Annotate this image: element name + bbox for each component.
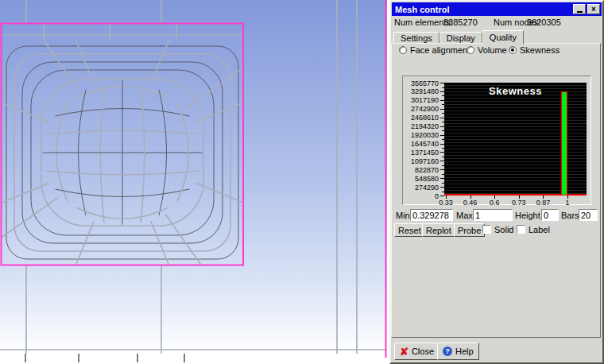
minimize-button[interactable] [573,4,586,14]
x-tick-label: 0.6 [484,199,505,207]
y-tick-label: 2742900 [404,105,439,113]
help-button-label: Help [455,347,474,356]
y-minor-tick-mark [442,192,444,192]
mesh-line [2,183,48,203]
viewport-bottom-strip [0,354,389,364]
y-minor-tick-mark [442,174,444,175]
tab-display[interactable]: Display [439,32,482,44]
radio-face-alignment-icon [399,46,407,54]
y-tick-label: 1371450 [404,149,439,157]
y-tick-label: 3565770 [404,79,439,87]
y-tick-label: 822870 [404,166,439,174]
mesh-line [165,215,201,265]
mesh-line [196,183,243,203]
radio-skewness-label: Skewness [520,45,559,55]
dialog-titlebar[interactable]: Mesh control × [392,2,602,16]
radio-volume-label: Volume [478,45,507,55]
solid-checkbox[interactable] [482,225,491,234]
x-tick-label: 0.33 [436,199,456,207]
y-tick-mark [440,161,444,161]
y-minor-tick-mark [442,148,444,149]
mesh-line [176,40,235,99]
y-tick-label: 3291480 [404,87,439,95]
mesh-control-dialog: Mesh control × Num elements: 3385270 Num… [389,0,604,364]
y-tick-label: 2194320 [404,122,439,130]
y-tick-mark [440,144,444,145]
x-tick-label: 0.73 [509,199,529,207]
y-tick-label: 548580 [404,175,439,183]
mesh-line [176,207,235,265]
solid-checkbox-label: Solid [494,225,513,234]
y-tick-mark [440,178,444,179]
y-tick-mark [440,135,444,136]
mesh-line [2,103,48,122]
max-input[interactable] [473,209,513,221]
y-tick-label: 1097160 [404,157,439,165]
screen: Mesh control × Num elements: 3385270 Num… [0,0,604,364]
radio-volume-icon [467,46,474,54]
y-tick-mark [440,109,444,110]
mesh-canvas[interactable] [0,0,389,364]
mesh-line [10,40,68,99]
bars-label: Bars [561,211,579,220]
y-minor-tick-mark [442,183,444,184]
y-tick-mark [440,152,444,153]
histogram-plot[interactable] [444,83,587,196]
y-tick-label: 3017190 [404,96,439,104]
bars-input[interactable] [579,209,598,221]
y-minor-tick-mark [442,165,444,166]
reset-button[interactable]: Reset [394,223,425,237]
y-minor-tick-mark [442,157,444,157]
mesh-stats: Num elements: 3385270 Num nodes: 3620305 [391,17,602,28]
y-tick-label: 0 [404,192,439,200]
close-icon: × [591,6,596,14]
y-tick-mark [440,187,444,188]
y-tick-mark [440,196,444,196]
close-x-icon: ✘ [400,347,408,357]
close-window-button[interactable]: × [587,4,600,14]
y-tick-mark [440,118,444,118]
num-nodes-value: 3620305 [527,17,561,27]
tab-bar: Settings Display Quality [393,29,524,44]
y-minor-tick-mark [442,104,444,105]
max-label: Max [456,211,473,220]
y-minor-tick-mark [442,122,444,122]
help-button[interactable]: ? Help [437,343,479,360]
mesh-line [10,207,68,265]
mesh-line [44,215,79,265]
histogram-title: Skewness [444,85,587,97]
y-tick-label: 2468610 [404,114,439,122]
minimize-icon [577,11,583,13]
y-tick-mark [440,83,444,83]
close-button[interactable]: ✘ Close [394,343,439,360]
min-label: Min [396,211,410,220]
label-checkbox-label: Label [528,225,550,234]
histogram-bar[interactable] [561,91,567,196]
y-minor-tick-mark [442,130,444,131]
mesh-line [165,40,201,91]
y-tick-label: 1645740 [404,140,439,148]
y-minor-tick-mark [442,139,444,140]
tab-quality[interactable]: Quality [482,30,524,45]
close-button-label: Close [412,347,434,356]
radio-skewness[interactable]: Skewness [509,45,559,55]
y-tick-mark [440,100,444,101]
height-input[interactable] [541,209,559,221]
x-tick-label: 1 [557,199,578,207]
min-input[interactable] [410,209,453,221]
y-tick-mark [440,169,444,170]
radio-face-alignment-label: Face alignment [410,45,470,55]
mesh-line [196,103,243,122]
height-label: Height [515,211,540,220]
mesh-viewport[interactable] [0,0,389,364]
y-minor-tick-mark [442,113,444,114]
radio-face-alignment[interactable]: Face alignment [399,45,470,55]
radio-volume[interactable]: Volume [467,45,507,55]
x-tick-label: 0.87 [532,199,553,207]
radio-skewness-icon [509,46,517,54]
replot-button[interactable]: Replot [422,223,455,237]
y-tick-label: 1920030 [404,131,439,139]
tab-settings[interactable]: Settings [393,32,439,44]
label-checkbox[interactable] [517,225,525,234]
probe-button[interactable]: Probe [454,223,485,237]
